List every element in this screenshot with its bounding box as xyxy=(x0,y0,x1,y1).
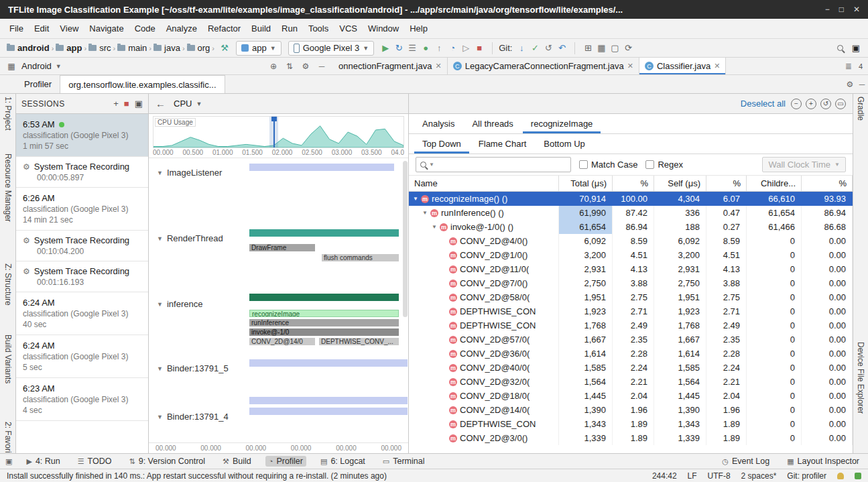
project-view-selector[interactable]: Android xyxy=(21,61,52,71)
search-everywhere-icon[interactable] xyxy=(833,42,847,55)
avd-icon[interactable]: ▢ xyxy=(608,42,621,55)
zoom-in-icon[interactable]: + xyxy=(806,99,816,109)
breadcrumb-app[interactable]: app xyxy=(54,43,83,53)
minimize-icon[interactable]: − xyxy=(825,5,830,14)
menu-item-tools[interactable]: Tools xyxy=(303,21,334,36)
table-row[interactable]: mCONV_2D@11/0(2,9314.132,9314.1300.00 xyxy=(409,262,853,276)
expand-arrow-icon[interactable]: ▼ xyxy=(432,224,438,230)
git-history-icon[interactable]: ↺ xyxy=(542,42,555,55)
build-hammer-icon[interactable]: ⚒ xyxy=(218,42,231,55)
recording-item[interactable]: ⚙System Trace Recording00:00:05.897 xyxy=(16,157,148,188)
git-commit-icon[interactable]: ✓ xyxy=(528,42,542,55)
recording-item[interactable]: ⚙System Trace Recording00:01:16.193 xyxy=(16,261,148,292)
file-encoding[interactable]: UTF-8 xyxy=(708,471,731,481)
debug-button[interactable]: ● xyxy=(419,42,432,55)
add-session-icon[interactable]: + xyxy=(113,99,119,109)
trace-bar[interactable] xyxy=(249,397,408,404)
profile-avatar[interactable]: ▣ xyxy=(849,42,863,55)
line-ending[interactable]: LF xyxy=(688,471,697,481)
tool-windows-icon[interactable]: ▣ xyxy=(5,457,12,466)
search-input[interactable]: ▼ xyxy=(416,157,571,172)
match-case-checkbox[interactable]: Match Case xyxy=(579,160,637,170)
session-item[interactable]: 6:24 AMclassification (Google Pixel 3)5 … xyxy=(16,335,148,378)
session-item[interactable]: 6:53 AMclassification (Google Pixel 3)1 … xyxy=(16,114,148,157)
menu-item-window[interactable]: Window xyxy=(363,21,404,36)
table-row[interactable]: mCONV_2D@57/0(1,6672.351,6672.3500.00 xyxy=(409,333,853,347)
table-row[interactable]: mCONV_2D@4/0()6,0928.596,0928.5900.00 xyxy=(409,234,853,248)
subtab-bottom-up[interactable]: Bottom Up xyxy=(536,134,593,154)
hidden-tabs-count[interactable]: 4 xyxy=(859,62,863,70)
menu-item-code[interactable]: Code xyxy=(129,21,161,36)
table-row[interactable]: ▼mrunInference() ()61,99087.423360.4761,… xyxy=(409,206,853,220)
git-update-icon[interactable]: ↓ xyxy=(515,42,528,55)
thread-binder-13791-4[interactable]: ▼Binder:13791_4 xyxy=(157,412,229,422)
tab-all-threads[interactable]: All threads xyxy=(464,114,521,133)
tab-recognizeimage[interactable]: recognizeImage xyxy=(523,114,601,133)
session-item[interactable]: 6:23 AMclassification (Google Pixel 3)4 … xyxy=(16,378,148,421)
close-tab-icon[interactable]: ✕ xyxy=(714,62,720,70)
table-row[interactable]: mCONV_2D@1/0()3,2004.513,2004.5100.00 xyxy=(409,248,853,262)
menu-item-help[interactable]: Help xyxy=(404,21,433,36)
run-button[interactable]: ▶ xyxy=(379,42,392,55)
editor-tab-2[interactable]: CLegacyCameraConnectionFragment.java✕ xyxy=(448,58,639,74)
timeline-scrollbar[interactable] xyxy=(403,161,408,317)
collapse-arrow-icon[interactable]: ▼ xyxy=(157,301,163,308)
run-config-list-icon[interactable]: ☰ xyxy=(406,42,419,55)
table-row[interactable]: ▼mrecognizeImage() ()70,914100.004,3046.… xyxy=(409,192,853,206)
collapse-arrow-icon[interactable]: ▼ xyxy=(157,414,163,420)
column-header-6[interactable]: % xyxy=(802,176,853,191)
back-arrow-icon[interactable]: ← xyxy=(156,98,166,109)
trace-bar-depthwise-conv-[interactable]: DEPTHWISE_CONV_... xyxy=(319,338,399,345)
breadcrumb-src[interactable]: src xyxy=(87,43,112,53)
table-row[interactable]: mCONV_2D@58/0(1,9512.751,9512.7500.00 xyxy=(409,290,853,304)
stop-button[interactable]: ■ xyxy=(473,42,486,55)
git-rollback-icon[interactable]: ↶ xyxy=(555,42,568,55)
hide-panel-icon[interactable]: ─ xyxy=(316,62,328,71)
table-row[interactable]: mCONV_2D@14/0(1,3901.961,3901.9600.00 xyxy=(409,403,853,417)
notifications-icon[interactable] xyxy=(837,473,844,479)
tab-profiler[interactable]: Profiler xyxy=(16,75,60,93)
toolwindow-todo[interactable]: ☰TODO xyxy=(74,456,115,467)
selection-handle[interactable] xyxy=(271,117,277,121)
trace-bar-runinference[interactable]: runInference xyxy=(249,319,399,326)
health-indicator[interactable] xyxy=(855,473,861,479)
stripe-gradle[interactable]: Gradle xyxy=(856,97,865,121)
table-row[interactable]: ▼minvoke@-1/0() ()61,65486.941880.2761,4… xyxy=(409,220,853,234)
menu-item-run[interactable]: Run xyxy=(276,21,303,36)
toolwindow-terminal[interactable]: ▭Terminal xyxy=(379,456,428,467)
column-header-1[interactable]: Total (μs) xyxy=(559,176,613,191)
trace-bar-drawframe[interactable]: DrawFrame xyxy=(249,244,315,251)
breadcrumb-android[interactable]: android xyxy=(5,43,51,53)
zoom-to-selection-icon[interactable]: ▭ xyxy=(835,99,846,109)
toolwindow-build[interactable]: ⚒Build xyxy=(219,456,255,467)
expand-arrow-icon[interactable]: ▼ xyxy=(413,196,420,202)
status-message[interactable]: Install successfully finished in 140 ms.… xyxy=(7,471,641,481)
breadcrumb-org[interactable]: org xyxy=(186,43,212,53)
menu-item-file[interactable]: File xyxy=(4,21,29,36)
trace-bar-conv-2d-14-0[interactable]: CONV_2D@14/0 xyxy=(249,338,315,345)
subtab-flame-chart[interactable]: Flame Chart xyxy=(471,134,535,154)
breadcrumb-java[interactable]: java xyxy=(152,43,182,53)
toolwindow-event-log[interactable]: ◷Event Log xyxy=(719,456,773,467)
thread-imagelistener[interactable]: ▼ImageListener xyxy=(157,168,222,178)
locate-file-icon[interactable]: ⊕ xyxy=(267,62,280,71)
trace-bar[interactable] xyxy=(249,408,408,415)
settings-gear-icon[interactable]: ⚙ xyxy=(300,62,312,71)
close-icon[interactable]: ✕ xyxy=(853,5,860,14)
trace-bar[interactable] xyxy=(249,164,394,171)
toolwindow-9-version-control[interactable]: ⇅9: Version Control xyxy=(125,456,208,467)
collapse-arrow-icon[interactable]: ▼ xyxy=(157,170,163,176)
device-dropdown[interactable]: Google Pixel 3 ▼ xyxy=(288,41,374,56)
collapse-arrow-icon[interactable]: ▼ xyxy=(157,235,163,242)
device-manager-icon[interactable]: ▦ xyxy=(595,42,608,55)
toolwindow-profiler[interactable]: ◔Profiler xyxy=(265,456,306,467)
stripe-device-file-explorer[interactable]: Device File Explorer xyxy=(856,342,865,414)
thread-binder-13791-5[interactable]: ▼Binder:13791_5 xyxy=(157,363,229,373)
cpu-usage-chart[interactable]: CPU Usage 00.00000.50001.00001.50002.000… xyxy=(149,114,408,158)
table-row[interactable]: mCONV_2D@3/0()1,3391.891,3391.8900.00 xyxy=(409,431,853,445)
editor-tab-3[interactable]: CClassifier.java✕ xyxy=(639,58,726,74)
trace-bar[interactable] xyxy=(249,294,399,301)
tab-list-icon[interactable]: ≣ xyxy=(843,62,855,71)
stripe-build-variants[interactable]: Build Variants xyxy=(3,335,13,383)
close-tab-icon[interactable]: ✕ xyxy=(627,62,633,70)
